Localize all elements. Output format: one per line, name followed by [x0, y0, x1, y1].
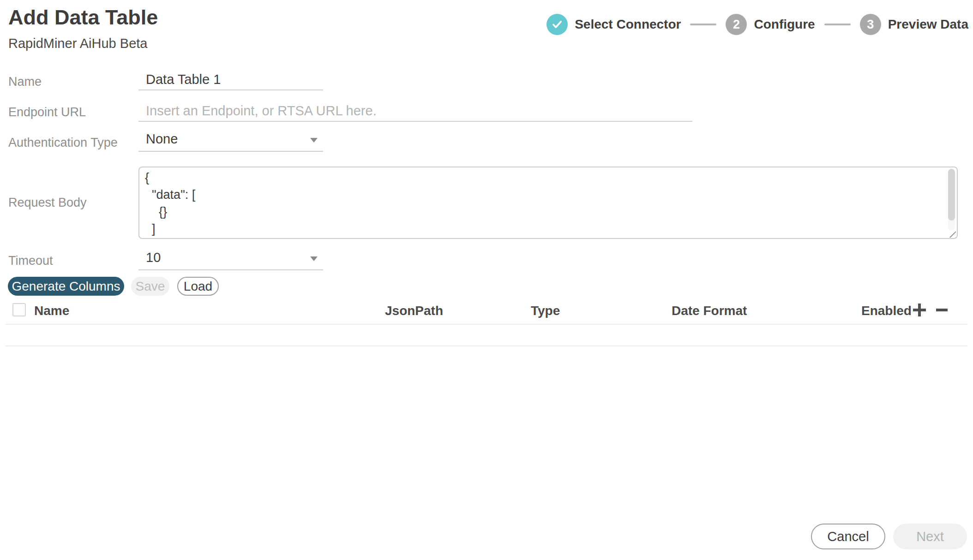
- stepper-connector-line: [690, 24, 716, 25]
- timeout-value: 10: [146, 250, 161, 265]
- step-configure: 2 Configure: [726, 14, 815, 35]
- cancel-button[interactable]: Cancel: [811, 524, 885, 549]
- save-button[interactable]: Save: [131, 277, 169, 296]
- next-button[interactable]: Next: [893, 524, 967, 549]
- step-label: Select Connector: [575, 17, 681, 32]
- request-body-textarea[interactable]: { "data": [ {} ] }: [138, 167, 958, 239]
- column-header-enabled: Enabled: [861, 304, 912, 318]
- step-preview-data: 3 Preview Data: [860, 14, 968, 35]
- page-title: Add Data Table: [8, 6, 158, 30]
- column-header-date-format: Date Format: [672, 304, 747, 318]
- wizard-stepper: Select Connector 2 Configure 3 Preview D…: [547, 14, 968, 35]
- column-header-type: Type: [531, 304, 560, 318]
- step-complete-badge: [547, 14, 568, 35]
- minus-icon[interactable]: [936, 304, 948, 316]
- name-field-label: Name: [8, 75, 42, 89]
- chevron-down-icon: [310, 138, 318, 143]
- request-body-container: { "data": [ {} ] }: [138, 167, 958, 239]
- scrollbar-thumb[interactable]: [948, 169, 955, 220]
- endpoint-url-label: Endpoint URL: [8, 105, 86, 119]
- timeout-select[interactable]: 10: [138, 249, 323, 270]
- request-body-label: Request Body: [8, 196, 87, 210]
- authentication-type-select[interactable]: None: [138, 131, 323, 152]
- table-row-divider: [6, 346, 967, 346]
- load-button[interactable]: Load: [177, 277, 219, 296]
- chevron-down-icon: [310, 256, 318, 261]
- timeout-label: Timeout: [8, 254, 53, 268]
- connector-subtitle: RapidMiner AiHub Beta: [8, 36, 147, 51]
- stepper-connector-line: [824, 24, 851, 25]
- name-input[interactable]: [138, 69, 323, 90]
- step-label: Configure: [754, 17, 815, 32]
- step-number-badge: 3: [860, 14, 881, 35]
- scrollbar-track[interactable]: [948, 169, 955, 230]
- check-icon: [551, 18, 563, 30]
- authentication-type-value: None: [146, 131, 178, 147]
- plus-icon[interactable]: [913, 304, 926, 316]
- authentication-type-label: Authentication Type: [8, 136, 118, 150]
- step-select-connector: Select Connector: [547, 14, 681, 35]
- step-number-badge: 2: [726, 14, 747, 35]
- step-label: Preview Data: [888, 17, 968, 32]
- add-data-table-dialog: Add Data Table RapidMiner AiHub Beta Sel…: [0, 0, 973, 560]
- endpoint-url-input[interactable]: [138, 101, 692, 122]
- generate-columns-button[interactable]: Generate Columns: [8, 277, 124, 296]
- table-row: [6, 325, 967, 346]
- column-header-name: Name: [34, 304, 69, 318]
- select-all-checkbox[interactable]: [12, 303, 26, 316]
- column-header-jsonpath: JsonPath: [385, 304, 443, 318]
